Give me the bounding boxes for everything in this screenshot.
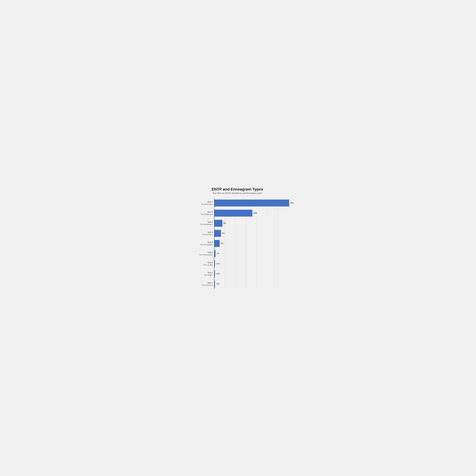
chart-title: ENTP and Enneagram Types [187, 187, 288, 191]
bar-row: Type 4The Individualist6% [187, 218, 288, 228]
bar-fill: 4% [214, 240, 220, 247]
bar-value-label: 1% [217, 253, 219, 255]
bar-row: Type 3The Achiever5% [187, 228, 288, 238]
bar-fill: 55% [214, 200, 289, 206]
type-subtitle: The Helper [187, 274, 213, 276]
type-subtitle: The Individualist [187, 223, 213, 226]
bar-value-label: 28% [253, 212, 257, 214]
bars-container: Type 7The Enthusiast55%Type 8The Challen… [187, 198, 288, 289]
type-subtitle: The Enthusiast [187, 203, 213, 205]
type-name: Type 2 [187, 272, 213, 274]
type-name: Type 5 [187, 241, 213, 243]
bar-track: <1% [214, 280, 288, 288]
type-name: Type 9 [187, 251, 213, 254]
bar-track: 1% [214, 250, 288, 257]
bar-label: Type 9The Peacemaker [187, 251, 214, 256]
bar-track: 5% [214, 230, 288, 237]
bar-track: 28% [214, 210, 288, 217]
bar-label: Type 1The Reformer [187, 282, 214, 286]
bar-track: <1% [214, 260, 288, 267]
type-subtitle: The Loyalist [187, 264, 213, 266]
bar-row: Type 5The Investigator4% [187, 238, 288, 249]
bar-value-label: 6% [223, 222, 226, 224]
chart-container: ENTP and Enneagram Types How often are E… [185, 182, 291, 294]
type-subtitle: The Achiever [187, 233, 213, 236]
bar-label: Type 8The Challenger [187, 211, 214, 215]
bar-row: Type 9The Peacemaker1% [187, 249, 288, 259]
type-subtitle: The Investigator [187, 243, 213, 246]
type-subtitle: The Reformer [187, 284, 213, 286]
bar-row: Type 1The Reformer<1% [187, 279, 288, 289]
bar-value-label: <1% [216, 283, 220, 285]
type-name: Type 4 [187, 221, 213, 223]
bar-row: Type 7The Enthusiast55% [187, 198, 288, 208]
type-name: Type 3 [187, 231, 213, 233]
bar-fill: 5% [214, 230, 221, 237]
type-subtitle: The Challenger [187, 213, 213, 216]
bar-track: 4% [214, 240, 288, 247]
bar-value-label: <1% [216, 273, 220, 275]
bar-row: Type 8The Challenger28% [187, 208, 288, 218]
type-name: Type 8 [187, 211, 213, 213]
bar-track: 6% [214, 220, 288, 227]
type-subtitle: The Peacemaker [187, 254, 213, 256]
grid-container: Type 7The Enthusiast55%Type 8The Challen… [187, 198, 288, 289]
bar-label: Type 7The Enthusiast [187, 201, 214, 205]
bar-label: Type 5The Investigator [187, 241, 214, 246]
bar-label: Type 6The Loyalist [187, 261, 214, 266]
bar-row: Type 2The Helper<1% [187, 269, 288, 279]
bar-track: <1% [214, 270, 288, 277]
axis-line [214, 198, 214, 289]
type-name: Type 1 [187, 282, 213, 284]
bar-value-label: <1% [216, 263, 220, 265]
bar-label: Type 4The Individualist [187, 221, 214, 225]
type-name: Type 6 [187, 261, 213, 264]
type-name: Type 7 [187, 201, 213, 203]
bar-value-label: 55% [290, 202, 294, 204]
bar-value-label: 5% [222, 232, 225, 235]
bar-track: 55% [214, 200, 289, 206]
bar-value-label: 4% [221, 242, 223, 245]
chart-subtitle: How often are ENTPs classified as each E… [187, 192, 288, 194]
bar-row: Type 6The Loyalist<1% [187, 259, 288, 269]
bar-label: Type 3The Achiever [187, 231, 214, 236]
bar-fill: 6% [214, 220, 222, 227]
bar-fill: 28% [214, 210, 252, 217]
bar-label: Type 2The Helper [187, 272, 214, 276]
